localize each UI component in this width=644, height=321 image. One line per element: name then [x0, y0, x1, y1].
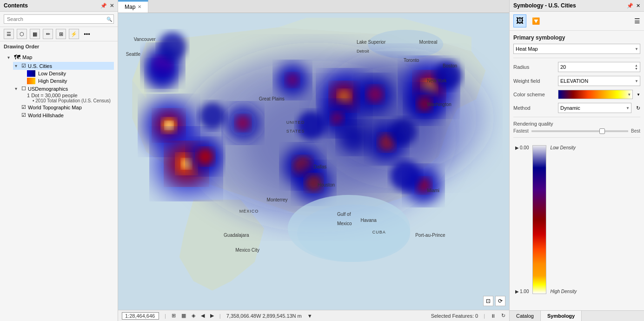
- more-button[interactable]: •••: [82, 29, 92, 39]
- pause-icon[interactable]: ⏸: [491, 313, 496, 319]
- nav-icon[interactable]: ◈: [192, 313, 195, 319]
- symbology-type-row: Heat Map: [513, 44, 640, 54]
- method-label: Method: [513, 105, 555, 111]
- contents-header-icons: 📌 ✕: [100, 3, 114, 9]
- tab-bar: Map ✕: [118, 0, 509, 13]
- us-cities-legend: Low Density High Density: [13, 70, 114, 85]
- map-tab[interactable]: Map ✕: [118, 0, 148, 13]
- contents-header: Contents 📌 ✕: [0, 0, 118, 12]
- color-scheme-select-wrap[interactable]: [558, 90, 633, 99]
- us-cities-sublayer: ▾ ☑ U.S. Cities Low Density High Density: [6, 62, 114, 85]
- radius-value: 20: [560, 64, 566, 70]
- world-hillshade-row[interactable]: ▾ ☑ World Hillshade: [13, 111, 114, 119]
- heatmap-svg: [118, 13, 509, 310]
- grid-icon[interactable]: ⊞: [172, 313, 176, 319]
- sym-menu-button[interactable]: ☰: [634, 17, 640, 25]
- weight-field-select-wrap[interactable]: ELEVATION: [558, 76, 640, 86]
- legend-density-labels: Low Density High Density: [550, 145, 577, 294]
- symbology-type-select[interactable]: Heat Map: [513, 44, 640, 54]
- legend-low-density: Low Density: [27, 70, 114, 77]
- map-corner-icons: ⊡ ⟳: [483, 296, 505, 306]
- crs-dropdown[interactable]: ▼: [307, 313, 312, 319]
- edit-button[interactable]: ✏: [43, 29, 53, 39]
- custom-button[interactable]: ⚡: [69, 29, 79, 39]
- world-topo-row[interactable]: ▾ ☑ World Topographic Map: [13, 103, 114, 111]
- symbology-tab[interactable]: Symbology: [541, 311, 582, 321]
- contents-panel: Contents 📌 ✕ ☰ ⬡ ▦ ✏ ⊞ ⚡ ••• Drawing Ord…: [0, 0, 118, 321]
- filter-layers-button[interactable]: 🔽: [529, 14, 542, 27]
- status-bar: 1:28,464,646 | ⊞ ▦ ◈ ◀ ▶ | 7,358,066.48W…: [118, 310, 509, 321]
- symbology-type-select-wrap[interactable]: Heat Map: [513, 44, 640, 54]
- color-scheme-label: Color scheme: [513, 92, 555, 97]
- quality-slider[interactable]: [531, 130, 628, 132]
- map-zoom-to-bookmarks[interactable]: ⊡: [483, 296, 493, 306]
- grid-button[interactable]: ⊞: [56, 29, 66, 39]
- contents-toolbar: ☰ ⬡ ▦ ✏ ⊞ ⚡ •••: [0, 27, 118, 41]
- us-cities-checkbox[interactable]: ☑: [21, 63, 26, 69]
- selected-features: Selected Features: 0: [431, 313, 478, 319]
- radius-down[interactable]: ▼: [635, 67, 638, 70]
- high-density-text: High Density: [550, 289, 577, 294]
- demo-checkbox[interactable]: ☐: [21, 86, 26, 92]
- fastest-label: Fastest: [513, 128, 529, 134]
- search-input[interactable]: [4, 14, 114, 24]
- usdemographics-row[interactable]: ▾ ☐ USDemographics: [13, 85, 114, 93]
- filter-button[interactable]: ▦: [30, 29, 40, 39]
- radius-label: Radius: [513, 64, 555, 70]
- list-view-button[interactable]: ☰: [4, 29, 14, 39]
- gallery-view-button[interactable]: 🖼: [513, 14, 526, 27]
- us-cities-row[interactable]: ▾ ☑ U.S. Cities: [13, 62, 114, 70]
- table-icon[interactable]: ▦: [181, 313, 186, 319]
- locate-icon[interactable]: ◀: [201, 313, 205, 319]
- sym-body: Primary symbology Heat Map Radius 20 ▲ ▼: [510, 31, 644, 310]
- color-scheme-dropdown[interactable]: ▼: [637, 93, 640, 97]
- map-refresh[interactable]: ⟳: [495, 296, 505, 306]
- radius-input[interactable]: 20 ▲ ▼: [558, 62, 640, 72]
- dot-sub-label: • 2010 Total Population (U.S. Census): [27, 98, 114, 103]
- method-select-wrap[interactable]: Dynamic: [558, 103, 631, 113]
- legend-bar: [532, 145, 546, 294]
- sync-icon[interactable]: ↻: [501, 313, 505, 319]
- hillshade-name: World Hillshade: [28, 113, 64, 118]
- scale-selector[interactable]: 1:28,464,646: [122, 312, 159, 320]
- hillshade-checkbox[interactable]: ☑: [21, 112, 26, 118]
- radius-row: Radius 20 ▲ ▼: [513, 62, 640, 72]
- weight-field-label: Weight field: [513, 78, 555, 84]
- catalog-tab[interactable]: Catalog: [510, 311, 541, 321]
- color-scheme-preview[interactable]: [558, 90, 633, 99]
- expand-arrow-cities[interactable]: ▾: [15, 63, 20, 68]
- method-select[interactable]: Dynamic: [558, 103, 631, 113]
- radius-spinners[interactable]: ▲ ▼: [635, 64, 638, 70]
- radius-up[interactable]: ▲: [635, 64, 638, 67]
- drawing-order-label: Drawing Order: [0, 41, 118, 52]
- weight-field-select[interactable]: ELEVATION: [558, 76, 640, 86]
- status-sep1: |: [165, 313, 166, 319]
- svg-point-24: [286, 74, 299, 87]
- sym-divider-1: [513, 58, 640, 58]
- method-row: Method Dynamic ↻: [513, 103, 640, 113]
- quality-thumb[interactable]: [599, 128, 605, 134]
- sym-close-icon[interactable]: ✕: [636, 3, 640, 9]
- map-tab-close[interactable]: ✕: [138, 4, 141, 9]
- pin-icon[interactable]: 📌: [100, 3, 107, 9]
- legend-high-density: High Density: [27, 77, 114, 85]
- search-wrapper: [4, 14, 114, 24]
- symbology-header: Symbology - U.S. Cities 📌 ✕: [510, 0, 644, 12]
- map-layer-row[interactable]: ▾ 🗺 Map: [6, 53, 114, 62]
- primary-symbology-label: Primary symbology: [513, 34, 640, 41]
- arrow-icon[interactable]: ▶: [210, 313, 214, 319]
- close-icon[interactable]: ✕: [110, 3, 114, 9]
- contents-title: Contents: [4, 2, 28, 9]
- svg-point-20: [197, 148, 213, 165]
- high-value: 1.00: [520, 289, 529, 294]
- method-refresh-icon[interactable]: ↻: [636, 105, 640, 111]
- cylinder-icon-button[interactable]: ⬡: [17, 29, 27, 39]
- sym-pin-icon[interactable]: 📌: [627, 3, 633, 9]
- topo-name: World Topographic Map: [28, 105, 82, 110]
- topo-checkbox[interactable]: ☑: [21, 104, 26, 110]
- expand-arrow-demo[interactable]: ▾: [15, 86, 20, 91]
- expand-arrow-map[interactable]: ▾: [7, 55, 12, 60]
- layer-tree: ▾ 🗺 Map ▾ ☑ U.S. Cities Low D: [0, 52, 118, 321]
- dot-legend: 1 Dot = 30,000 people • 2010 Total Popul…: [13, 93, 114, 103]
- map-area[interactable]: Vancouver Seattle Great Plains UNITED ST…: [118, 13, 509, 310]
